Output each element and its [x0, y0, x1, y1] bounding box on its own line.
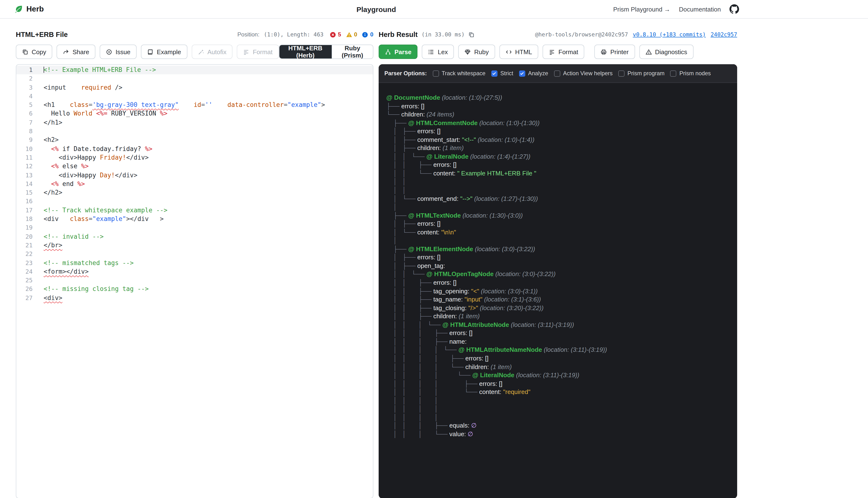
tab-html-erb-herb[interactable]: HTML+ERB (Herb) [279, 45, 331, 58]
checkbox-unchecked-icon[interactable] [554, 70, 560, 77]
code-line-content[interactable] [37, 250, 373, 259]
option-analyze[interactable]: Analyze [519, 70, 548, 77]
code-line[interactable]: 25 [16, 276, 373, 285]
line-number: 23 [16, 259, 37, 267]
code-line[interactable]: 1<!-- Example HTML+ERB File --> [16, 66, 373, 75]
code-line[interactable]: 23<!-- mismatched tags --> [16, 259, 373, 267]
editor-section: HTML+ERB File Position: (1:0), Length: 4… [16, 29, 373, 498]
code-line-content[interactable]: </br> [37, 241, 373, 250]
code-line-content[interactable]: <!-- Example HTML+ERB File --> [37, 66, 373, 75]
playground-page: Herb Playground Prism Playground → Docum… [0, 0, 868, 498]
share-button[interactable]: Share [57, 44, 95, 59]
code-line[interactable]: 15</h2> [16, 188, 373, 197]
code-line-content[interactable] [37, 224, 373, 233]
issue-button[interactable]: Issue [100, 44, 136, 59]
code-line-content[interactable]: <% else %> [37, 162, 373, 171]
code-line-content[interactable] [37, 127, 373, 136]
code-line-content[interactable]: <% if Date.today.friday? %> [37, 145, 373, 153]
option-action-view-helpers[interactable]: Action View helpers [554, 70, 613, 77]
code-line[interactable]: 27<div> [16, 293, 373, 302]
code-line[interactable]: 6 Hello World <%= RUBY_VERSION %> [16, 109, 373, 118]
line-number: 21 [16, 241, 37, 250]
copy-result-icon[interactable] [469, 31, 475, 38]
option-prism-program[interactable]: Prism program [618, 70, 665, 77]
code-line-content[interactable]: <% end %> [37, 180, 373, 188]
code-line[interactable]: 13 <div>Happy Day!</div> [16, 171, 373, 180]
code-line[interactable]: 19 [16, 224, 373, 233]
autofix-button[interactable]: Autofix [192, 44, 233, 59]
code-line-content[interactable]: <!-- invalid --> [37, 232, 373, 241]
diagnostics-button[interactable]: Diagnostics [639, 44, 693, 59]
code-line-content[interactable]: <!-- mismatched tags --> [37, 259, 373, 267]
code-line-content[interactable]: <h1 class='bg-gray-300 text-gray" id='' … [37, 101, 373, 109]
code-line[interactable]: 4 [16, 92, 373, 101]
copy-button[interactable]: Copy [16, 44, 52, 59]
code-line-content[interactable] [37, 276, 373, 285]
code-line[interactable]: 18<div class="example"></div > [16, 215, 373, 224]
code-line-content[interactable]: <!-- Track whitespace example --> [37, 206, 373, 215]
code-line-content[interactable]: Hello World <%= RUBY_VERSION %> [37, 109, 373, 118]
option-strict[interactable]: Strict [491, 70, 513, 77]
code-line[interactable]: 7</h1> [16, 118, 373, 127]
checkbox-checked-icon[interactable] [491, 70, 498, 77]
parse-button[interactable]: Parse [379, 44, 418, 59]
format-icon [243, 49, 249, 55]
code-line[interactable]: 10 <% if Date.today.friday? %> [16, 145, 373, 153]
checkbox-unchecked-icon[interactable] [618, 70, 624, 77]
code-line[interactable]: 20<!-- invalid --> [16, 232, 373, 241]
tree-line: │ │ │ ├── equals: ∅ [386, 421, 729, 430]
printer-button[interactable]: Printer [594, 44, 635, 59]
code-line[interactable]: 8 [16, 127, 373, 136]
code-line[interactable]: 5<h1 class='bg-gray-300 text-gray" id=''… [16, 101, 373, 109]
tab-ruby-prism[interactable]: Ruby (Prism) [331, 45, 373, 58]
code-line-content[interactable] [37, 75, 373, 83]
code-line-content[interactable]: <form></div> [37, 267, 373, 276]
code-line[interactable]: 9<h2> [16, 136, 373, 145]
lex-button[interactable]: Lex [422, 44, 454, 59]
checkbox-unchecked-icon[interactable] [433, 70, 439, 77]
code-line-content[interactable]: <div class="example"></div > [37, 215, 373, 224]
code-line[interactable]: 11 <div>Happy Friday!</div> [16, 153, 373, 162]
code-editor[interactable]: 1<!-- Example HTML+ERB File -->23<input … [16, 64, 373, 498]
code-line[interactable]: 3<input required /> [16, 83, 373, 92]
code-line[interactable]: 12 <% else %> [16, 162, 373, 171]
code-line-content[interactable]: <div>Happy Friday!</div> [37, 153, 373, 162]
example-button[interactable]: Example [141, 44, 187, 59]
checkbox-unchecked-icon[interactable] [670, 70, 676, 77]
code-line-content[interactable]: </h2> [37, 188, 373, 197]
code-line[interactable]: 22 [16, 250, 373, 259]
option-track-whitespace[interactable]: Track whitespace [433, 70, 486, 77]
code-line[interactable]: 2 [16, 75, 373, 83]
nav-link-prism-playground[interactable]: Prism Playground → [613, 5, 670, 13]
code-line-content[interactable] [37, 197, 373, 206]
github-icon[interactable] [729, 4, 739, 14]
lex-icon [428, 49, 434, 55]
code-line[interactable]: 17<!-- Track whitespace example --> [16, 206, 373, 215]
ruby-button[interactable]: Ruby [458, 44, 495, 59]
option-prism-nodes[interactable]: Prism nodes [670, 70, 711, 77]
code-line-content[interactable]: </h1> [37, 118, 373, 127]
code-line[interactable]: 16 [16, 197, 373, 206]
code-line[interactable]: 26<!-- missing closing tag --> [16, 285, 373, 294]
code-line-content[interactable]: <h2> [37, 136, 373, 145]
parser-options-label: Parser Options: [384, 70, 427, 77]
html-button[interactable]: HTML [499, 44, 539, 59]
code-line-content[interactable]: <input required /> [37, 83, 373, 92]
format-button[interactable]: Format [237, 44, 279, 59]
code-line-content[interactable] [37, 92, 373, 101]
nav-link-documentation[interactable]: Documentation [679, 5, 721, 13]
checkbox-checked-icon[interactable] [519, 70, 525, 77]
button-label: Share [73, 48, 89, 55]
tree-line: │ │ ├── children: (1 item) [386, 312, 729, 320]
commit-link[interactable]: 2402c957 [711, 31, 737, 38]
code-line[interactable]: 14 <% end %> [16, 180, 373, 188]
version-link[interactable]: v0.8.10 (+183 commits) [633, 31, 706, 38]
format-result-button[interactable]: Format [542, 44, 584, 59]
code-line[interactable]: 21</br> [16, 241, 373, 250]
code-line-content[interactable]: <div>Happy Day!</div> [37, 171, 373, 180]
line-number: 16 [16, 197, 37, 206]
code-line[interactable]: 24<form></div> [16, 267, 373, 276]
brand-group[interactable]: Herb [0, 5, 44, 13]
code-line-content[interactable]: <div> [37, 293, 373, 302]
code-line-content[interactable]: <!-- missing closing tag --> [37, 285, 373, 294]
